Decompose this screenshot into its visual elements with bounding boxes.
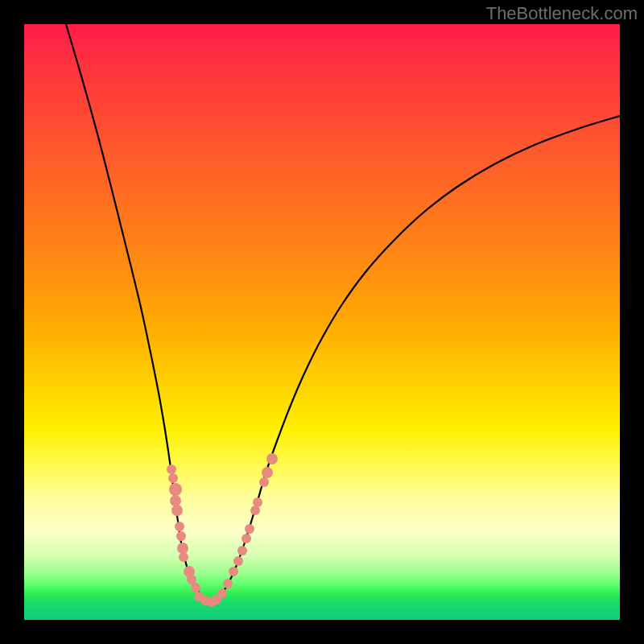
data-point-marker: [262, 467, 273, 478]
data-point-marker: [237, 546, 247, 555]
chart-plot-area: [24, 24, 620, 620]
data-point-marker: [245, 524, 254, 534]
data-point-marker: [191, 583, 200, 592]
chart-svg: [24, 24, 620, 620]
data-point-marker: [217, 588, 227, 598]
data-point-marker: [169, 483, 182, 496]
data-point-marker: [223, 579, 233, 588]
data-point-marker: [167, 464, 176, 474]
curve-right: [209, 116, 620, 602]
data-point-marker: [179, 552, 188, 562]
data-point-marker: [175, 522, 184, 531]
data-point-marker: [233, 556, 243, 566]
data-point-marker: [229, 567, 238, 576]
data-point-marker: [168, 473, 178, 483]
data-point-marker: [177, 543, 188, 554]
data-point-marker: [242, 534, 251, 543]
data-point-marker: [259, 477, 269, 487]
data-point-marker: [253, 497, 262, 507]
marker-points-group: [167, 453, 278, 607]
data-point-marker: [176, 531, 186, 541]
curve-left: [66, 24, 209, 602]
data-point-marker: [171, 505, 183, 516]
watermark-text: TheBottleneck.com: [486, 3, 638, 24]
data-point-marker: [266, 453, 278, 464]
data-point-marker: [170, 495, 181, 506]
